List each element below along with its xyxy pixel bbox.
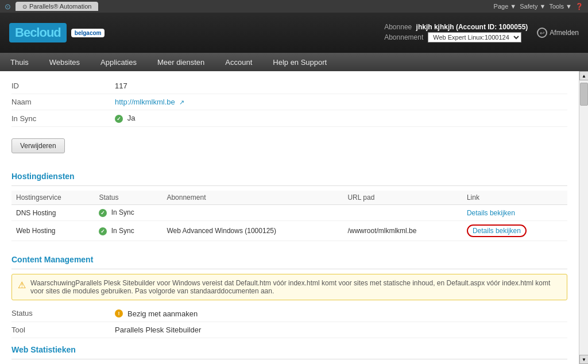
web-status-cell: ✓ In Sync (94, 221, 162, 241)
nav-meer-diensten[interactable]: Meer diensten (147, 53, 215, 71)
external-link-icon: ↗ (179, 99, 184, 106)
logo-area: Becloud belgacom (9, 23, 105, 42)
warning-box: ⚠ WaarschuwingParallels Plesk Sitebuilde… (11, 274, 567, 300)
table-header-row: Hostingservice Status Abonnement URL pad… (11, 191, 567, 205)
web-status-text: In Sync (111, 227, 134, 235)
col-link: Link (462, 191, 567, 205)
subscription-row: Abonnement Web Expert Linux:1000124 (384, 32, 528, 42)
header-user-info: Abonnee jhkjh kjhkjh (Account ID: 100005… (384, 23, 528, 42)
web-details-circled: Details bekijken (467, 224, 527, 237)
subscription-select[interactable]: Web Expert Linux:1000124 (428, 32, 521, 42)
naam-link[interactable]: http://mlkmlkml.be (115, 98, 175, 106)
dns-status-text: In Sync (111, 208, 134, 216)
web-sync-dot: ✓ (99, 227, 107, 235)
hosting-section-header: Hostingdiensten (11, 165, 567, 186)
naam-label: Naam (11, 98, 115, 106)
sync-text: Ja (127, 114, 136, 122)
nav-applicaties-label: Applicaties (100, 58, 137, 67)
dns-service-cell: DNS Hosting (11, 205, 94, 221)
tab-favicon: ⊙ (22, 3, 27, 10)
page-menu[interactable]: Page ▼ (494, 3, 517, 10)
abonnee-value: jhkjh kjhkjh (Account ID: 1000055) (416, 23, 528, 31)
afmelden-label: Afmelden (550, 29, 579, 37)
abonnee-label: Abonnee (384, 23, 412, 31)
sync-value: ✓ Ja (115, 114, 135, 123)
browser-bar: ⊙ ⊙ Parallels® Automation Page ▼ Safety … (0, 0, 588, 13)
warning-icon: ⚠ (18, 280, 26, 291)
dns-details-link[interactable]: Details bekijken (467, 209, 515, 217)
info-row-naam: Naam http://mlkmlkml.be ↗ (11, 94, 567, 110)
web-abonnement-cell: Web Advanced Windows (1000125) (162, 221, 343, 241)
dns-status-cell: ✓ In Sync (94, 205, 162, 221)
nav-applicaties[interactable]: Applicaties (90, 53, 147, 71)
cm-tool-value: Parallels Plesk Sitebuilder (115, 326, 201, 334)
col-status: Status (94, 191, 162, 205)
afmelden-button[interactable]: ↩ Afmelden (537, 28, 579, 38)
cm-status-dot: ! (115, 309, 123, 317)
info-row-sync: In Sync ✓ Ja (11, 110, 567, 127)
web-details-link[interactable]: Details bekijken (473, 227, 521, 235)
col-hostingservice: Hostingservice (11, 191, 94, 205)
nav-websites-label: Websites (49, 58, 80, 67)
dns-hosting-row: DNS Hosting ✓ In Sync Details bekijken (11, 205, 567, 221)
verwijderen-area: Verwijderen (11, 133, 567, 159)
becloud-logo: Becloud (9, 23, 67, 42)
col-url-pad: URL pad (343, 191, 462, 205)
web-service-cell: Web Hosting (11, 221, 94, 241)
abonnee-row: Abonnee jhkjh kjhkjh (Account ID: 100005… (384, 23, 528, 31)
info-row-id: ID 117 (11, 78, 567, 94)
belgacom-label: belgacom (75, 30, 102, 36)
dns-link-cell: Details bekijken (462, 205, 567, 221)
cm-tool-row: Tool Parallels Plesk Sitebuilder (11, 322, 567, 338)
help-icon[interactable]: ❓ (575, 3, 583, 10)
id-value: 117 (115, 82, 127, 90)
dns-url-cell (343, 205, 462, 221)
main-content: ID 117 Naam http://mlkmlkml.be ↗ In Sync… (0, 71, 588, 364)
web-hosting-row: Web Hosting ✓ In Sync Web Advanced Windo… (11, 221, 567, 241)
cm-status-row: Status ! Bezig met aanmaken (11, 305, 567, 322)
nav-account[interactable]: Account (215, 53, 262, 71)
id-label: ID (11, 82, 115, 90)
scrollbar-down-arrow[interactable]: ▼ (579, 355, 588, 364)
browser-icon: ⊙ (5, 2, 11, 11)
scrollbar[interactable]: ▲ ▼ (579, 71, 588, 364)
belgacom-badge: belgacom (71, 29, 105, 37)
col-abonnement: Abonnement (162, 191, 343, 205)
hosting-table: Hostingservice Status Abonnement URL pad… (11, 191, 567, 241)
warning-text: WaarschuwingParallels Plesk Sitebuilder … (30, 279, 561, 295)
safety-menu[interactable]: Safety ▼ (520, 3, 546, 10)
web-link-cell: Details bekijken (462, 221, 567, 241)
cm-tool-label: Tool (11, 326, 115, 334)
nav-account-label: Account (225, 58, 252, 67)
nav-thuis[interactable]: Thuis (0, 53, 39, 71)
header-right: Abonnee jhkjh kjhkjh (Account ID: 100005… (384, 23, 579, 42)
naam-value: http://mlkmlkml.be ↗ (115, 98, 184, 106)
tools-menu[interactable]: Tools ▼ (549, 3, 572, 10)
verwijderen-button[interactable]: Verwijderen (11, 138, 65, 153)
cm-status-label: Status (11, 309, 115, 317)
content-area: ID 117 Naam http://mlkmlkml.be ↗ In Sync… (0, 71, 579, 364)
nav-thuis-label: Thuis (10, 58, 29, 67)
nav-help-en-support-label: Help en Support (273, 58, 327, 67)
logo-cloud: cloud (30, 25, 61, 40)
content-management-header: Content Management (11, 248, 567, 269)
web-stats-header: Web Statistieken (11, 338, 567, 359)
sync-green-dot: ✓ (115, 115, 123, 123)
nav-meer-diensten-label: Meer diensten (157, 58, 204, 67)
browser-tab[interactable]: ⊙ Parallels® Automation (16, 2, 98, 11)
scrollbar-up-arrow[interactable]: ▲ (579, 71, 588, 80)
nav-websites[interactable]: Websites (39, 53, 90, 71)
logo-be: Be (15, 25, 30, 40)
cm-status-text: Bezig met aanmaken (127, 309, 198, 318)
web-url-cell: /wwwroot/mlkmlkml.be (343, 221, 462, 241)
abonnement-label: Abonnement (384, 33, 423, 41)
sync-label: In Sync (11, 114, 115, 123)
dns-sync-dot: ✓ (99, 209, 107, 217)
nav-help-en-support[interactable]: Help en Support (262, 53, 337, 71)
cm-status-value: ! Bezig met aanmaken (115, 308, 198, 318)
navbar: Thuis Websites Applicaties Meer diensten… (0, 53, 588, 71)
scrollbar-thumb[interactable] (580, 83, 588, 106)
header: Becloud belgacom Abonnee jhkjh kjhkjh (A… (0, 13, 588, 53)
dns-abonnement-cell (162, 205, 343, 221)
afmelden-icon: ↩ (537, 28, 547, 38)
